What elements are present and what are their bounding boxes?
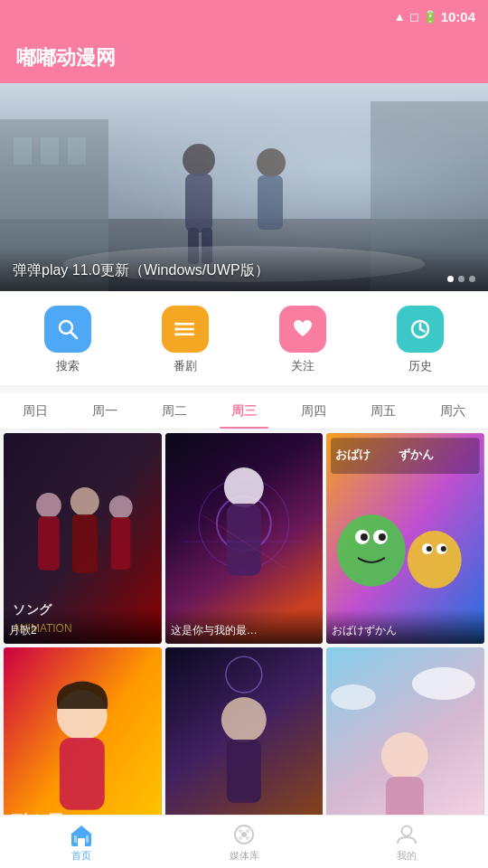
status-icons: ▲ ◻ 🔋 10:04	[394, 9, 475, 24]
search-label: 搜索	[56, 358, 80, 374]
svg-rect-39	[227, 504, 261, 576]
svg-rect-72	[78, 838, 85, 846]
follow-label: 关注	[291, 358, 314, 374]
anime-label-3: おばけずかん	[326, 609, 484, 644]
tab-saturday[interactable]: 周六	[418, 392, 488, 429]
svg-point-11	[257, 148, 286, 177]
user-icon	[395, 823, 418, 846]
history-icon-wrap	[397, 306, 444, 353]
anime-grid: ソ ング ANIMATION 月歌2	[0, 429, 488, 862]
tab-friday[interactable]: 周五	[349, 392, 418, 429]
status-time: 10:04	[441, 9, 475, 24]
svg-rect-18	[176, 334, 194, 336]
svg-marker-71	[70, 826, 92, 835]
svg-point-7	[183, 144, 215, 176]
series-icon	[173, 316, 198, 342]
svg-point-20	[174, 327, 178, 331]
svg-point-28	[70, 487, 99, 516]
svg-point-52	[441, 546, 446, 552]
svg-point-81	[402, 826, 412, 836]
home-nav-label: 首页	[71, 849, 91, 863]
bottom-nav-home[interactable]: 首页	[0, 823, 163, 863]
library-icon	[232, 823, 256, 846]
svg-rect-29	[72, 514, 98, 573]
svg-point-51	[427, 546, 432, 552]
banner-dot-3	[469, 276, 475, 282]
tab-monday[interactable]: 周一	[70, 392, 139, 429]
svg-point-30	[109, 495, 133, 519]
anime-label-2: 这是你与我的最…	[165, 609, 324, 644]
svg-rect-8	[185, 174, 212, 232]
svg-point-79	[246, 836, 249, 840]
nav-series[interactable]: 番剧	[162, 306, 209, 374]
tab-tuesday[interactable]: 周二	[139, 392, 209, 429]
svg-line-24	[420, 329, 425, 332]
svg-point-48	[408, 531, 462, 589]
svg-rect-12	[258, 175, 283, 230]
banner-caption: 弹弹play 11.0更新（Windows/UWP版）	[13, 262, 269, 278]
status-bar: ▲ ◻ 🔋 10:04	[0, 0, 488, 33]
follow-icon-wrap	[279, 306, 326, 353]
home-icon	[70, 823, 93, 846]
svg-rect-31	[111, 517, 131, 570]
nav-history[interactable]: 历史	[397, 306, 444, 374]
svg-rect-27	[38, 516, 60, 571]
svg-rect-17	[176, 328, 194, 331]
tab-thursday[interactable]: 周四	[279, 392, 349, 429]
svg-rect-74	[86, 835, 89, 843]
weekday-tabs: 周日 周一 周二 周三 周四 周五 周六	[0, 392, 488, 429]
anime-card-3[interactable]: おばけ ずかん おばけずかん	[326, 433, 484, 644]
svg-point-47	[379, 533, 386, 541]
series-icon-wrap	[162, 306, 209, 353]
anime-card-2[interactable]: 这是你与我的最…	[165, 433, 324, 644]
svg-point-66	[412, 667, 475, 700]
mine-nav-label: 我的	[397, 849, 417, 863]
bottom-nav-mine[interactable]: 我的	[325, 823, 488, 863]
anime-card-1[interactable]: ソ ング ANIMATION 月歌2	[4, 433, 162, 644]
heart-icon	[290, 316, 315, 342]
nav-follow[interactable]: 关注	[279, 306, 326, 374]
svg-point-19	[174, 322, 178, 326]
banner-dots	[447, 276, 475, 282]
quick-nav: 搜索 番剧 关注	[0, 291, 488, 385]
banner-overlay: 弹弹play 11.0更新（Windows/UWP版）	[0, 247, 488, 291]
search-icon-wrap	[44, 306, 91, 353]
svg-point-21	[174, 333, 178, 336]
svg-point-46	[361, 533, 368, 541]
series-label: 番剧	[174, 358, 197, 374]
tab-sunday[interactable]: 周日	[0, 392, 70, 429]
svg-line-15	[71, 333, 78, 339]
svg-rect-3	[14, 137, 32, 165]
library-nav-label: 媒体库	[230, 849, 259, 863]
anime-label-1: 月歌2	[4, 609, 162, 644]
clock-icon	[408, 316, 433, 342]
svg-point-38	[224, 467, 264, 507]
banner-dot-2	[458, 276, 465, 282]
banner-slider[interactable]: 弹弹play 11.0更新（Windows/UWP版）	[0, 83, 488, 291]
bottom-nav: 首页 媒体库 我的	[0, 815, 488, 868]
bottom-nav-library[interactable]: 媒体库	[163, 823, 325, 863]
svg-rect-5	[68, 137, 86, 165]
svg-rect-58	[60, 738, 105, 810]
svg-point-76	[241, 832, 247, 837]
svg-rect-4	[41, 137, 59, 165]
svg-point-68	[381, 732, 428, 779]
tab-wednesday[interactable]: 周三	[209, 392, 278, 429]
svg-point-62	[221, 697, 267, 742]
signal-icon: ◻	[409, 10, 419, 24]
svg-point-26	[36, 493, 61, 518]
app-title: 嘟嘟动漫网	[16, 44, 116, 71]
app-header: 嘟嘟动漫网	[0, 33, 488, 83]
svg-point-78	[246, 829, 249, 833]
nav-search[interactable]: 搜索	[44, 306, 91, 374]
svg-point-43	[337, 514, 406, 587]
svg-point-77	[239, 829, 242, 833]
svg-rect-73	[74, 835, 77, 843]
battery-icon: 🔋	[423, 10, 437, 24]
banner-dot-1	[447, 276, 454, 282]
svg-rect-63	[227, 740, 261, 803]
wifi-icon: ▲	[394, 10, 406, 24]
svg-point-67	[331, 684, 376, 710]
svg-text:ずかん: ずかん	[399, 448, 434, 461]
search-icon	[55, 316, 80, 342]
